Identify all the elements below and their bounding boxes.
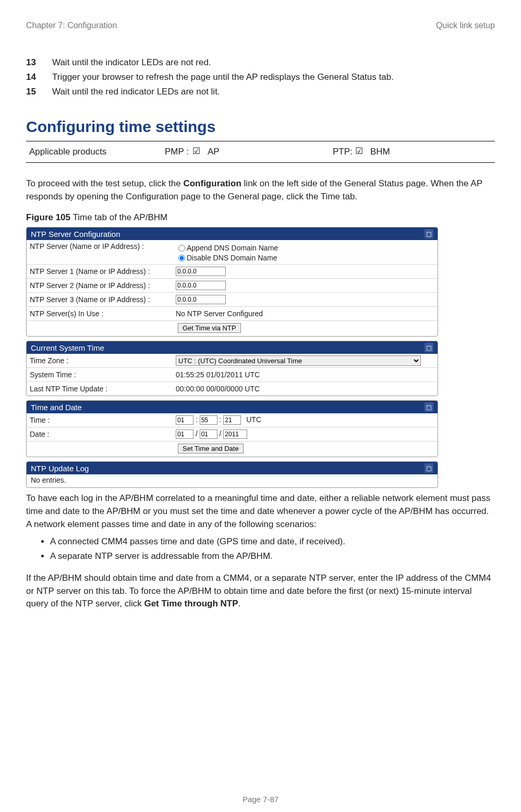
step-text: Trigger your browser to refresh the page…: [52, 72, 495, 82]
set-time-and-date-button[interactable]: Set Time and Date: [178, 444, 244, 453]
time-sep2: :: [220, 415, 222, 424]
final-pre: If the AP/BHM should obtain time and dat…: [26, 573, 491, 608]
collapse-icon[interactable]: □: [425, 463, 433, 473]
intro-bold: Configuration: [183, 178, 241, 188]
date-day-input[interactable]: [200, 429, 217, 439]
collapse-icon[interactable]: □: [425, 343, 433, 352]
ntp-inuse-value: No NTP Server Configured: [176, 309, 434, 318]
get-time-via-ntp-button[interactable]: Get Time via NTP: [178, 323, 241, 333]
date-sep1: /: [196, 429, 198, 438]
last-ntp-value: 00:00:00 00/00/0000 UTC: [176, 385, 434, 393]
ntp-inuse-row: NTP Server(s) In Use : No NTP Server Con…: [27, 307, 438, 321]
ntp-log-body: No entries.: [27, 474, 438, 487]
ntp-server3-row: NTP Server 3 (Name or IP Address) :: [27, 293, 438, 307]
after-figure-paragraph: To have each log in the AP/BHM correlate…: [26, 492, 495, 531]
time-row: Time : : : UTC: [27, 413, 438, 427]
time-tz-text: UTC: [246, 415, 261, 424]
step-item: 15 Wait until the red indicator LEDs are…: [26, 87, 495, 97]
dns-disable-label: Disable DNS Domain Name: [187, 254, 277, 262]
ntp3-label: NTP Server 3 (Name or IP Address) :: [30, 295, 176, 304]
step-item: 14 Trigger your browser to refresh the p…: [26, 72, 495, 82]
pmp-item: AP: [200, 147, 333, 157]
timezone-row: Time Zone : UTC : (UTC) Coordinated Univ…: [27, 354, 438, 368]
tz-select[interactable]: UTC : (UTC) Coordinated Universal Time: [176, 355, 421, 366]
panel-header: NTP Update Log □: [27, 462, 438, 474]
time-and-date-panel: Time and Date □ Time : : : UTC Date :: [26, 400, 438, 457]
intro-paragraph: To proceed with the test setup, click th…: [26, 177, 495, 203]
ntp-server2-row: NTP Server 2 (Name or IP Address) :: [27, 279, 438, 293]
time-min-input[interactable]: [200, 415, 217, 425]
step-number: 15: [26, 87, 52, 97]
step-text: Wait until the indicator LEDs are not re…: [52, 57, 495, 68]
bullet-list: A connected CMM4 passes time and date (G…: [37, 535, 495, 563]
panel-title: NTP Update Log: [31, 464, 89, 473]
dns-disable-radio[interactable]: Disable DNS Domain Name: [176, 252, 434, 262]
ptp-item: BHM: [363, 147, 390, 157]
header-left: Chapter 7: Configuration: [26, 21, 117, 30]
current-system-time-panel: Current System Time □ Time Zone : UTC : …: [26, 341, 438, 396]
time-hour-input[interactable]: [176, 415, 193, 425]
dns-append-radio[interactable]: Append DNS Domain Name: [176, 242, 434, 252]
date-year-input[interactable]: [223, 429, 247, 439]
sys-time-label: System Time :: [30, 371, 176, 379]
figure-number: Figure 105: [26, 212, 70, 222]
step-list: 13 Wait until the indicator LEDs are not…: [26, 57, 495, 97]
step-item: 13 Wait until the indicator LEDs are not…: [26, 57, 495, 68]
radio-append[interactable]: [178, 245, 185, 252]
date-row: Date : / /: [27, 427, 438, 441]
time-tab-figure: NTP Server Configuration □ NTP Server (N…: [26, 227, 438, 488]
applicable-label: Applicable products: [29, 147, 165, 157]
date-label: Date :: [30, 430, 176, 438]
dns-append-label: Append DNS Domain Name: [187, 244, 278, 252]
step-text: Wait until the red indicator LEDs are no…: [52, 87, 495, 97]
ntp-update-log-panel: NTP Update Log □ No entries.: [26, 461, 438, 488]
intro-pre: To proceed with the test setup, click th…: [26, 178, 183, 188]
panel-header: NTP Server Configuration □: [27, 228, 438, 240]
final-post: .: [238, 599, 241, 608]
applicable-products-row: Applicable products PMP : ☑ AP PTP: ☑ BH…: [26, 141, 495, 163]
header-right: Quick link setup: [436, 21, 495, 30]
collapse-icon[interactable]: □: [425, 229, 433, 238]
bullet-item: A separate NTP server is addressable fro…: [50, 550, 495, 563]
step-number: 13: [26, 57, 52, 68]
panel-title: Time and Date: [31, 403, 82, 412]
panel-title: NTP Server Configuration: [31, 230, 120, 238]
running-header: Chapter 7: Configuration Quick link setu…: [26, 21, 495, 30]
radio-disable[interactable]: [178, 255, 185, 261]
ptp-checkbox: ☑: [355, 147, 363, 156]
date-month-input[interactable]: [176, 429, 193, 439]
ntp-dns-label: NTP Server (Name or IP Address) :: [30, 242, 176, 250]
step-number: 14: [26, 72, 52, 82]
ntp-server1-row: NTP Server 1 (Name or IP Address) :: [27, 265, 438, 279]
time-label: Time :: [30, 416, 176, 424]
date-sep2: /: [220, 429, 222, 438]
ntp1-input[interactable]: [176, 267, 226, 276]
bullet-item: A connected CMM4 passes time and date (G…: [50, 535, 495, 548]
ntp-dns-row: NTP Server (Name or IP Address) : Append…: [27, 240, 438, 265]
ptp-label: PTP:: [333, 147, 355, 157]
time-sec-input[interactable]: [223, 415, 241, 425]
panel-header: Time and Date □: [27, 401, 438, 413]
ntp2-input[interactable]: [176, 281, 226, 290]
final-bold: Get Time through NTP: [144, 599, 238, 608]
section-heading: Configuring time settings: [26, 118, 495, 136]
system-time-row: System Time : 01:55:25 01/01/2011 UTC: [27, 368, 438, 382]
pmp-label: PMP :: [165, 147, 192, 157]
last-ntp-row: Last NTP Time Update : 00:00:00 00/00/00…: [27, 382, 438, 396]
ntp3-input[interactable]: [176, 295, 226, 304]
figure-caption: Figure 105 Time tab of the AP/BHM: [26, 212, 495, 223]
ntp1-label: NTP Server 1 (Name or IP Address) :: [30, 267, 176, 276]
time-sep1: :: [196, 415, 198, 424]
ntp-button-row: Get Time via NTP: [27, 321, 438, 336]
figure-title: Time tab of the AP/BHM: [70, 212, 167, 222]
final-paragraph: If the AP/BHM should obtain time and dat…: [26, 572, 495, 611]
ntp-inuse-label: NTP Server(s) In Use :: [30, 309, 176, 318]
sys-time-value: 01:55:25 01/01/2011 UTC: [176, 371, 434, 379]
collapse-icon[interactable]: □: [425, 402, 433, 412]
set-time-button-row: Set Time and Date: [27, 441, 438, 457]
tz-label: Time Zone :: [30, 356, 176, 365]
page-footer: Page 7-87: [0, 795, 521, 804]
last-ntp-label: Last NTP Time Update :: [30, 385, 176, 393]
ntp-config-panel: NTP Server Configuration □ NTP Server (N…: [26, 227, 438, 337]
pmp-checkbox: ☑: [192, 147, 200, 156]
